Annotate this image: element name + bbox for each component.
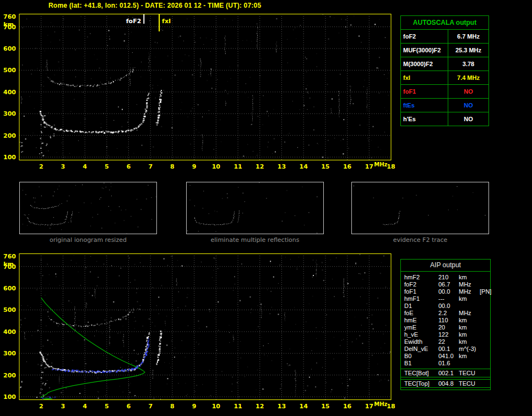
svg-text:2: 2 <box>39 403 44 410</box>
svg-text:4: 4 <box>83 403 87 410</box>
param-value: 06.7 <box>438 281 459 288</box>
param-name: ymE <box>404 324 438 331</box>
svg-text:8: 8 <box>170 403 175 410</box>
param-note <box>480 317 490 324</box>
aip-row: D100.0 <box>401 302 490 310</box>
table-row: foF1 NO <box>401 85 489 99</box>
param-note <box>480 302 490 310</box>
param-unit: MHz <box>459 281 480 288</box>
svg-text:MHz: MHz <box>374 401 387 407</box>
param-name: h_vE <box>404 331 438 338</box>
param-name: D1 <box>404 302 438 310</box>
svg-text:300: 300 <box>3 110 16 117</box>
param-value: 2.2 <box>438 310 459 317</box>
param-label: h'Es <box>401 112 448 126</box>
aip-row: DelN_vE00.1m^(-3) <box>401 345 490 353</box>
svg-text:7: 7 <box>148 163 153 170</box>
ionogram-plot-autoscala: 23456789101112131415161718MHz10020030040… <box>0 14 397 175</box>
aip-row: B101.6 <box>401 360 490 367</box>
table-row: fxI 7.4 MHz <box>401 71 489 85</box>
param-name: hmF1 <box>404 295 438 302</box>
param-name: foF1 <box>404 288 438 295</box>
param-value: 20 <box>438 324 459 331</box>
param-name: TEC[Bot] <box>404 370 438 377</box>
svg-text:4: 4 <box>83 163 87 170</box>
svg-text:18: 18 <box>387 163 395 170</box>
param-name: B1 <box>404 360 438 367</box>
svg-text:300: 300 <box>3 350 16 357</box>
param-label: M(3000)F2 <box>401 57 448 71</box>
param-label: foF2 <box>401 30 448 44</box>
param-value: 210 <box>438 274 459 281</box>
param-name: DelN_vE <box>404 345 438 353</box>
svg-text:760: 760 <box>3 14 16 20</box>
param-name: Ewidth <box>404 338 438 345</box>
thumbnail-original-ionogram: original ionogram resized <box>19 182 157 244</box>
page-title: Rome (lat: +41.8, lon: 012.5) - DATE: 20… <box>48 2 261 9</box>
svg-text:10: 10 <box>212 163 221 170</box>
svg-text:5: 5 <box>105 163 109 170</box>
param-name: foE <box>404 310 438 317</box>
aip-row-tec-top: TEC[Top]004.8TECU <box>401 379 490 388</box>
param-unit: m^(-3) <box>459 345 480 353</box>
param-note <box>480 324 490 331</box>
param-value: 041.0 <box>438 353 459 360</box>
aip-title: AIP output <box>401 260 490 272</box>
thumbnail-eliminate-reflections: eliminate multiple reflections <box>186 182 324 244</box>
param-value: 6.7 MHz <box>448 30 489 44</box>
aip-row: h_vE122km <box>401 331 490 338</box>
param-value: 7.4 MHz <box>448 71 489 85</box>
svg-text:11: 11 <box>234 163 242 170</box>
table-row: ftEs NO <box>401 99 489 112</box>
param-note <box>480 380 490 387</box>
svg-text:100: 100 <box>3 393 16 401</box>
param-value: 004.8 <box>438 380 459 387</box>
svg-text:2: 2 <box>39 163 44 170</box>
svg-text:16: 16 <box>343 403 352 410</box>
svg-text:14: 14 <box>300 403 308 410</box>
thumbnail-evidence-f2: evidence F2 trace <box>351 182 489 244</box>
param-value: --- <box>438 295 459 302</box>
svg-text:200: 200 <box>3 372 16 379</box>
svg-text:13: 13 <box>278 163 286 170</box>
svg-text:3: 3 <box>61 163 66 170</box>
thumbnail-image <box>186 182 324 234</box>
param-note <box>480 310 490 317</box>
param-value: NO <box>448 99 489 112</box>
param-value: 122 <box>438 331 459 338</box>
svg-text:3: 3 <box>61 403 66 410</box>
svg-text:17: 17 <box>365 163 373 170</box>
autoscala-title: AUTOSCALA output <box>401 16 489 30</box>
param-value: 25.3 MHz <box>448 44 489 57</box>
svg-text:12: 12 <box>256 163 264 170</box>
svg-text:km: km <box>3 261 14 268</box>
param-unit <box>459 360 480 367</box>
thumbnail-image <box>351 182 489 234</box>
aip-row: hmF1---km <box>401 295 490 302</box>
param-value: 00.0 <box>438 288 459 295</box>
param-unit: MHz <box>459 310 480 317</box>
param-value: 22 <box>438 338 459 345</box>
param-note <box>480 331 490 338</box>
svg-text:5: 5 <box>105 403 109 410</box>
param-note <box>480 338 490 345</box>
thumbnail-caption: evidence F2 trace <box>351 236 489 244</box>
table-row: h'Es NO <box>401 112 489 126</box>
svg-text:400: 400 <box>3 328 16 336</box>
svg-text:15: 15 <box>321 163 329 170</box>
param-unit: km <box>459 317 480 324</box>
svg-text:6: 6 <box>127 163 131 170</box>
svg-text:9: 9 <box>192 163 197 170</box>
param-note <box>480 345 490 353</box>
param-note <box>480 274 490 281</box>
table-row: M(3000)F2 3.78 <box>401 57 489 71</box>
param-unit: km <box>459 338 480 345</box>
thumbnail-caption: original ionogram resized <box>19 236 157 244</box>
thumbnail-image <box>19 182 157 234</box>
param-value: 110 <box>438 317 459 324</box>
param-unit <box>459 302 480 310</box>
param-value: 3.78 <box>448 57 489 71</box>
param-unit: km <box>459 295 480 302</box>
svg-text:100: 100 <box>3 154 16 161</box>
ionogram-plot-profile: 23456789101112131415161718MHz10020030040… <box>0 253 397 415</box>
